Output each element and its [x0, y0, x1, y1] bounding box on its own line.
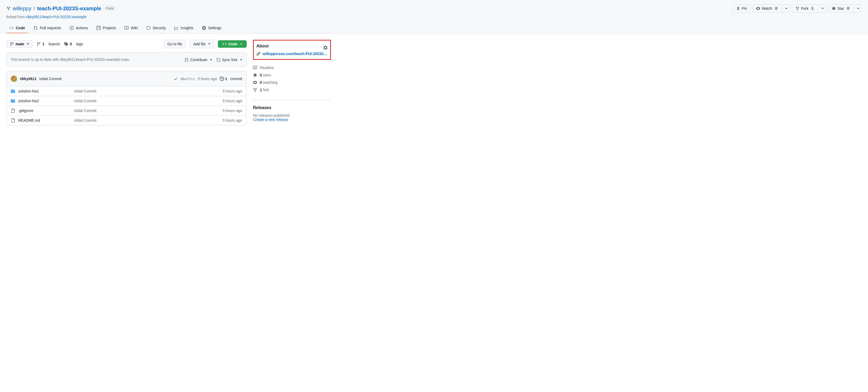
- tab-actions[interactable]: Actions: [66, 23, 91, 33]
- fork-icon: [253, 88, 257, 92]
- fork-count: 1: [810, 6, 815, 11]
- branch-icon: [37, 42, 41, 46]
- graph-icon: [174, 26, 178, 30]
- gear-icon[interactable]: [323, 45, 328, 50]
- code-icon: [222, 42, 227, 46]
- watch-count: 0: [774, 6, 779, 11]
- owner-link[interactable]: willeppy: [13, 5, 31, 11]
- table-row: .gitignoreInitial Commit5 hours ago: [7, 106, 246, 116]
- link-icon: [256, 52, 260, 56]
- create-release-link[interactable]: Create a new release: [253, 118, 288, 122]
- history-icon: [220, 77, 224, 81]
- gear-icon: [202, 26, 206, 30]
- tab-wiki[interactable]: Wiki: [121, 23, 141, 33]
- tags-link[interactable]: 0 tags: [64, 42, 83, 46]
- repo-link[interactable]: teach-PUI-2023S-example: [37, 5, 101, 11]
- repo-tabs: Code Pull requests Actions Projects Wiki…: [6, 23, 862, 33]
- book-icon: [253, 66, 257, 70]
- file-name[interactable]: .gitignore: [18, 108, 71, 113]
- fork-button[interactable]: Fork 1: [792, 4, 818, 13]
- commit-author[interactable]: rikky0611: [20, 77, 37, 81]
- about-website-link[interactable]: willepperson.com/teach-PUI-2023S-e…: [262, 52, 328, 56]
- table-row: solution-hw1Initial Commit5 hours ago: [7, 87, 246, 96]
- repo-title: willeppy / teach-PUI-2023S-example Publi…: [6, 5, 117, 11]
- about-heading: About: [256, 44, 269, 48]
- fork-menu-button[interactable]: [818, 4, 826, 13]
- folder-icon: [11, 99, 15, 103]
- branch-status-message: This branch is up to date with rikky0611…: [11, 57, 180, 62]
- sync-icon: [216, 58, 221, 62]
- check-icon[interactable]: [174, 77, 178, 81]
- pull-request-icon: [184, 58, 189, 62]
- tab-projects[interactable]: Projects: [93, 23, 119, 33]
- file-commit-time: 5 hours ago: [223, 118, 242, 123]
- file-commit-msg[interactable]: Initial Commit: [74, 99, 219, 103]
- file-commit-time: 5 hours ago: [223, 99, 242, 103]
- forked-from-link[interactable]: rikky0611/teach-PUI-2023S-example: [26, 15, 87, 19]
- commits-link[interactable]: 1 commit: [220, 77, 242, 81]
- go-to-file-button[interactable]: Go to file: [164, 40, 186, 48]
- file-name[interactable]: solution-hw1: [18, 89, 71, 93]
- star-count: 0: [846, 6, 850, 11]
- stars-link[interactable]: 0 stars: [253, 71, 331, 79]
- shield-icon: [146, 26, 151, 30]
- branch-icon: [10, 42, 14, 46]
- pull-request-icon: [33, 26, 38, 30]
- star-icon: [253, 73, 257, 77]
- releases-heading: Releases: [253, 105, 331, 110]
- pin-button[interactable]: Pin: [733, 4, 750, 13]
- files-box: rikky0611 Initial Commit 6ba77cc 5 hours…: [6, 71, 247, 125]
- fork-icon: [6, 6, 10, 10]
- file-name[interactable]: solution-hw2: [18, 99, 71, 103]
- fork-icon: [795, 6, 800, 10]
- table-row: README.mdInitial Commit5 hours ago: [7, 116, 246, 125]
- eye-icon: [253, 80, 257, 85]
- file-commit-time: 5 hours ago: [223, 89, 242, 93]
- watching-link[interactable]: 0 watching: [253, 79, 331, 86]
- watch-button[interactable]: Watch 0: [752, 4, 782, 13]
- file-icon: [11, 108, 15, 113]
- sync-fork-button[interactable]: Sync fork: [216, 58, 242, 62]
- play-icon: [69, 26, 74, 30]
- branch-status-banner: This branch is up to date with rikky0611…: [6, 53, 247, 67]
- pin-icon: [736, 6, 740, 10]
- tab-security[interactable]: Security: [143, 23, 169, 33]
- latest-commit-row: rikky0611 Initial Commit 6ba77cc 5 hours…: [7, 71, 246, 87]
- commit-sha[interactable]: 6ba77cc: [181, 77, 195, 81]
- file-commit-msg[interactable]: Initial Commit: [74, 118, 219, 123]
- code-icon: [9, 26, 14, 30]
- avatar[interactable]: [11, 76, 17, 82]
- file-commit-time: 5 hours ago: [223, 108, 242, 113]
- star-button[interactable]: Star 0: [828, 4, 854, 13]
- commit-time: 5 hours ago: [198, 77, 217, 81]
- branches-link[interactable]: 1 branch: [37, 42, 60, 46]
- readme-link[interactable]: Readme: [253, 64, 331, 71]
- about-section: About willepperson.com/teach-PUI-2023S-e…: [253, 40, 331, 60]
- eye-icon: [756, 6, 760, 10]
- contribute-button[interactable]: Contribute: [184, 58, 212, 62]
- book-icon: [124, 26, 129, 30]
- file-commit-msg[interactable]: Initial Commit: [74, 108, 219, 113]
- tag-icon: [64, 42, 68, 46]
- star-menu-button[interactable]: [854, 4, 862, 13]
- table-row: solution-hw2Initial Commit5 hours ago: [7, 96, 246, 106]
- visibility-badge: Public: [103, 6, 117, 11]
- commit-message[interactable]: Initial Commit: [39, 77, 62, 81]
- tab-settings[interactable]: Settings: [199, 23, 225, 33]
- add-file-button[interactable]: Add file: [190, 40, 214, 48]
- forks-link[interactable]: 1 fork: [253, 86, 331, 94]
- file-commit-msg[interactable]: Initial Commit: [74, 89, 219, 93]
- code-download-button[interactable]: Code: [218, 40, 247, 48]
- project-icon: [96, 26, 101, 30]
- releases-section: Releases No releases published Create a …: [253, 100, 331, 122]
- branch-select-button[interactable]: main: [6, 40, 32, 48]
- file-icon: [11, 118, 15, 123]
- tab-code[interactable]: Code: [6, 23, 28, 33]
- file-name[interactable]: README.md: [18, 118, 71, 123]
- star-icon: [832, 6, 836, 10]
- tab-pull-requests[interactable]: Pull requests: [30, 23, 64, 33]
- watch-menu-button[interactable]: [782, 4, 790, 13]
- folder-icon: [11, 89, 15, 93]
- forked-from: forked from rikky0611/teach-PUI-2023S-ex…: [6, 15, 862, 19]
- tab-insights[interactable]: Insights: [171, 23, 196, 33]
